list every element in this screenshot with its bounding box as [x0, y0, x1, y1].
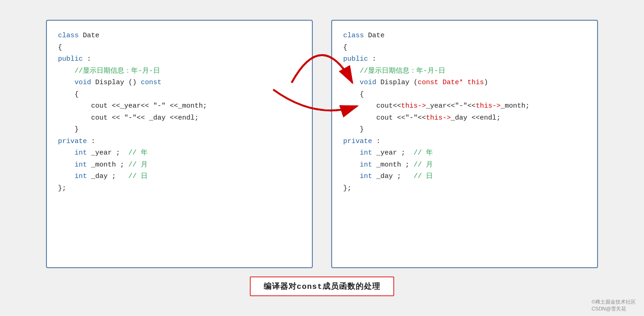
- code-line: {: [58, 89, 301, 101]
- code-line: };: [58, 183, 301, 195]
- code-line: cout << "-"<< _day <<endl;: [58, 112, 301, 124]
- watermark: ©稀土掘金技术社区CSDN@雪关花: [592, 299, 636, 312]
- code-line: int _month ; // 月: [343, 159, 586, 171]
- code-line: }: [58, 124, 301, 136]
- code-line: public :: [343, 53, 586, 65]
- code-line: //显示日期信息：年-月-日: [343, 65, 586, 77]
- code-line: cout <<"-"<<this->_day <<endl;: [343, 112, 586, 124]
- code-line: int _day ; // 日: [343, 171, 586, 183]
- code-line: public :: [58, 53, 301, 65]
- code-line: int _year ; // 年: [343, 147, 586, 159]
- left-code-panel: class Date{public : //显示日期信息：年-月-日 void …: [46, 20, 313, 268]
- code-line: int _year ; // 年: [58, 147, 301, 159]
- code-line: cout<<this->_year<<"-"<<this->_month;: [343, 100, 586, 112]
- caption-text: 编译器对const成员函数的处理: [264, 282, 380, 291]
- code-line: }: [343, 124, 586, 136]
- main-container: class Date{public : //显示日期信息：年-月-日 void …: [0, 11, 644, 305]
- code-line: };: [343, 183, 586, 195]
- code-line: int _day ; // 日: [58, 171, 301, 183]
- code-line: private :: [58, 136, 301, 148]
- code-line: {: [343, 89, 586, 101]
- caption-label: 编译器对const成员函数的处理: [250, 276, 394, 296]
- code-line: //显示日期信息：年-月-日: [58, 65, 301, 77]
- code-line: {: [58, 42, 301, 54]
- code-line: cout <<_year<< "-" <<_month;: [58, 100, 301, 112]
- code-line: class Date: [58, 30, 301, 42]
- code-line: class Date: [343, 30, 586, 42]
- code-line: void Display (const Date* this): [343, 77, 586, 89]
- right-code-panel: class Date{public : //显示日期信息：年-月-日 void …: [331, 20, 598, 268]
- code-line: {: [343, 42, 586, 54]
- code-line: int _month ; // 月: [58, 159, 301, 171]
- code-line: private :: [343, 136, 586, 148]
- code-line: void Display () const: [58, 77, 301, 89]
- panels-wrapper: class Date{public : //显示日期信息：年-月-日 void …: [14, 20, 630, 268]
